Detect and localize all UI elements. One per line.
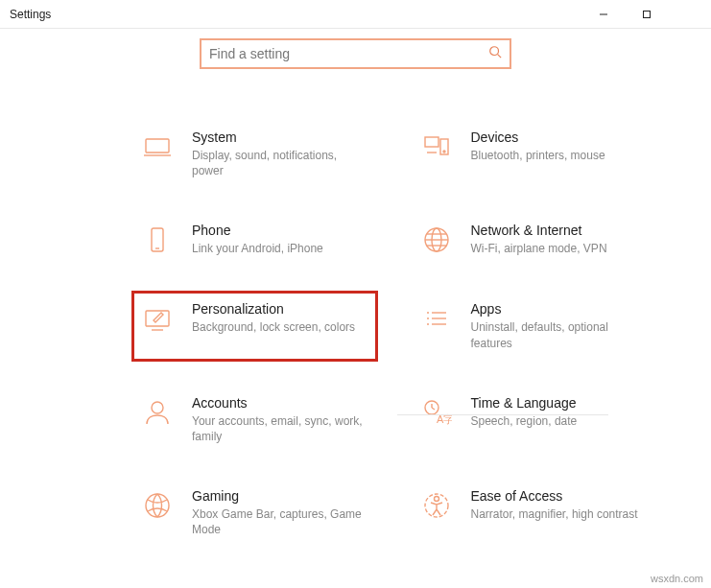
gaming-icon: [140, 488, 175, 523]
window-controls: [581, 0, 711, 29]
maximize-button[interactable]: [625, 0, 668, 29]
tile-text: Network & Internet Wi-Fi, airplane mode,…: [471, 223, 645, 256]
tile-text: Apps Uninstall, defaults, optional featu…: [471, 301, 645, 350]
tile-text: Accounts Your accounts, email, sync, wor…: [192, 395, 366, 444]
system-icon: [140, 129, 175, 164]
tile-desc: Xbox Game Bar, captures, Game Mode: [192, 506, 366, 537]
svg-rect-1: [643, 11, 650, 17]
tile-desc: Wi-Fi, airplane mode, VPN: [471, 241, 645, 256]
accounts-icon: [140, 395, 175, 430]
tile-desc: Link your Android, iPhone: [192, 241, 366, 256]
apps-icon: [419, 301, 454, 336]
svg-rect-6: [425, 137, 438, 147]
tile-desc: Uninstall, defaults, optional features: [471, 319, 645, 350]
tile-text: Personalization Background, lock screen,…: [192, 301, 366, 335]
tile-accounts[interactable]: Accounts Your accounts, email, sync, wor…: [134, 388, 375, 452]
tile-desc: Background, lock screen, colors: [192, 319, 366, 335]
settings-grid: System Display, sound, notifications, po…: [0, 69, 711, 546]
svg-text:A字: A字: [437, 413, 452, 425]
tile-title: System: [192, 129, 366, 145]
tile-devices[interactable]: Devices Bluetooth, printers, mouse: [414, 122, 654, 186]
svg-line-28: [432, 408, 435, 410]
svg-rect-4: [146, 139, 169, 153]
minimize-button[interactable]: [581, 0, 625, 29]
tile-network[interactable]: Network & Internet Wi-Fi, airplane mode,…: [414, 215, 654, 265]
search-icon: [488, 45, 502, 62]
tile-time[interactable]: A字 Time & Language Speech, region, date: [414, 388, 654, 452]
tile-title: Ease of Access: [471, 488, 645, 504]
tile-system[interactable]: System Display, sound, notifications, po…: [134, 122, 375, 186]
svg-point-30: [146, 494, 169, 517]
tile-text: Devices Bluetooth, printers, mouse: [471, 129, 645, 163]
tile-title: Time & Language: [471, 395, 645, 411]
search-input[interactable]: [209, 46, 488, 61]
tile-title: Apps: [471, 301, 645, 317]
tile-title: Phone: [192, 223, 366, 238]
search-box[interactable]: [200, 38, 511, 69]
tile-desc: Display, sound, notifications, power: [192, 148, 366, 178]
tile-ease-of-access[interactable]: Ease of Access Narrator, magnifier, high…: [414, 481, 654, 545]
tile-desc: Bluetooth, printers, mouse: [471, 148, 645, 163]
svg-point-2: [490, 47, 499, 56]
tile-text: Phone Link your Android, iPhone: [192, 223, 366, 256]
tile-title: Gaming: [192, 488, 366, 504]
tile-desc: Speech, region, date: [471, 413, 645, 429]
tile-title: Accounts: [192, 395, 366, 411]
devices-icon: [419, 129, 454, 164]
tile-apps[interactable]: Apps Uninstall, defaults, optional featu…: [414, 294, 654, 358]
tile-personalization[interactable]: Personalization Background, lock screen,…: [131, 291, 378, 361]
tile-text: Time & Language Speech, region, date: [471, 395, 645, 429]
svg-line-3: [498, 55, 502, 59]
globe-icon: [419, 223, 454, 257]
tile-gaming[interactable]: Gaming Xbox Game Bar, captures, Game Mod…: [134, 481, 375, 545]
titlebar: Settings: [0, 0, 711, 29]
tile-text: Ease of Access Narrator, magnifier, high…: [471, 488, 645, 522]
tile-phone[interactable]: Phone Link your Android, iPhone: [134, 215, 375, 265]
tile-desc: Your accounts, email, sync, work, family: [192, 413, 366, 444]
personalization-icon: [140, 301, 175, 336]
tile-title: Devices: [471, 129, 645, 145]
tile-title: Personalization: [192, 301, 366, 317]
window-title: Settings: [10, 8, 51, 21]
search-container: [0, 38, 711, 69]
tile-desc: Narrator, magnifier, high contrast: [471, 506, 645, 522]
tile-text: System Display, sound, notifications, po…: [192, 129, 366, 178]
phone-icon: [140, 223, 175, 257]
svg-point-8: [443, 151, 445, 153]
watermark-text: wsxdn.com: [651, 573, 703, 584]
svg-rect-17: [146, 311, 169, 326]
tile-title: Network & Internet: [471, 223, 645, 238]
ease-of-access-icon: [419, 488, 454, 523]
time-language-icon: A字: [419, 395, 454, 430]
svg-point-25: [152, 402, 163, 413]
tile-text: Gaming Xbox Game Bar, captures, Game Mod…: [192, 488, 366, 537]
svg-point-32: [434, 497, 438, 502]
